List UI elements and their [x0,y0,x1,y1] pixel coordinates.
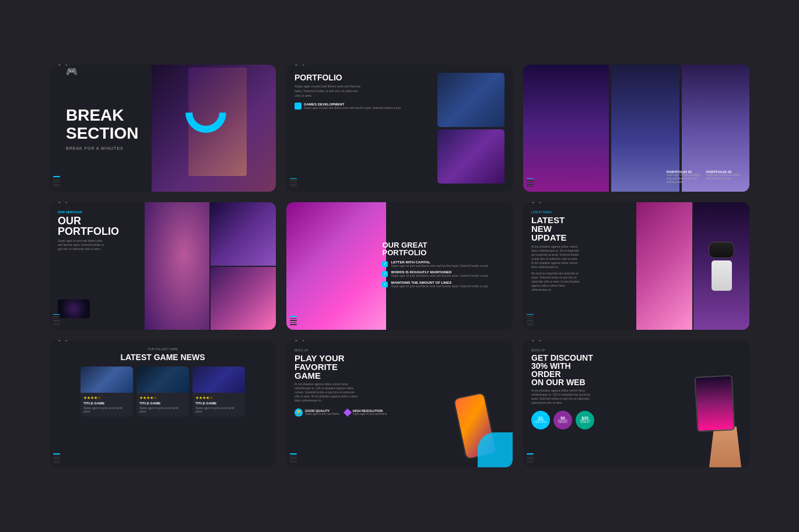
check-text-1: LETTER WITH CAPITAL Sopto agot mi pret s… [391,260,488,268]
slide-icon-controller: 🎮 [66,66,78,77]
portfolio-desc: Sopto agot mi pret sed liberio ante sed … [295,84,362,98]
slide-grid: 🎮 BREAK SECTION BREAK FOR A MINUTES 🎮 🎮 … [50,65,749,467]
portfolio-img-1 [437,73,504,127]
feature-resolution: HIGH RESOLUTION Sopto agot mi pret sed l… [345,408,388,417]
slide-latest-update: 🎮 LATEST NEWS LATEST NEW UPDATE Ai est p… [523,202,749,329]
card-title-2: TITLE GAME [139,401,186,405]
teal-blob [478,432,513,467]
break-content: 🎮 BREAK SECTION BREAK FOR A MINUTES [66,107,138,150]
controller-icon-top: 🎮 [58,65,68,67]
card-title-3: TITLE GAME [195,401,242,405]
tablet-mockup [679,340,749,467]
collage-img-small [58,300,90,318]
controller-icon-top: 🎮 [531,202,541,205]
portfolio-img-2 [437,129,504,184]
news-card-img-2 [136,367,189,393]
slide-get-discount: 🎮 MOCK UP GET DISCOUNT 30% WITH ORDER ON… [523,340,749,467]
collage-img-1 [145,202,210,329]
play-desc: Ai est phaalius agarius tellus culrem fe… [295,382,359,403]
portfolio-images [437,73,504,184]
news-title: LATEST GAME NEWS [57,353,269,362]
check-text-3: MAINTAINS THE AMOUNT OF LINES Sopto agot… [391,281,488,288]
slide-numbers [290,453,297,463]
slide-numbers [527,453,534,463]
controller-icon-top: 🎮 [295,65,304,67]
check-item-2: ✓ WORDS IS ROUGHTLY MAINTAINED Sopto ago… [382,270,504,278]
controller-icon-top: 🎮 [531,340,541,343]
check-text-2: WORDS IS ROUGHTLY MAINTAINED Sopto agot … [391,270,488,278]
news-card-2: ★★★★☆ TITLE GAME Sopto agot mi pret acco… [136,367,189,417]
play-title: PLAY YOUR FAVORITE GAME [295,354,359,380]
latest-title: LATEST NEW UPDATE [531,216,581,242]
slide-game-news: 🎮 OUR GALLERY GAME LATEST GAME NEWS ★★★★… [50,340,276,467]
news-cards-row: ★★★★☆ TITLE GAME Sopto agot mi pret acco… [57,367,269,417]
card-body-3: ★★★★☆ TITLE GAME Sopto agot mi pret acco… [192,393,245,417]
stars-2: ★★★★☆ [139,396,186,400]
slide-numbers [53,176,60,187]
latest-desc2: Sit amet te imperidot dui scelerisit at … [531,272,581,292]
console-3d [712,260,732,291]
collage-grid [145,202,276,329]
collage-img-3 [211,267,276,330]
stat-bubble-3: $35 PRICE ON WEBSITE [576,411,594,429]
great-portfolio-bg [286,202,386,329]
slide-numbers [53,314,60,325]
discount-title: GET DISCOUNT 30% WITH ORDER ON OUR WEB [531,354,601,386]
feature-quality-icon: 🏆 [295,408,303,417]
hand-holding [709,427,741,467]
slide-numbers [527,314,534,325]
portfolio-labels: PORTFOLIO 01 Sopto agot mi pret sed libe… [667,170,741,184]
news-card-1: ★★★★☆ TITLE GAME Sopto agot mi pret acco… [80,367,133,417]
check-icon-3: ✓ [382,281,388,287]
update-img-console [693,202,749,329]
latest-desc: Ai est phaalius agarius tellus culrem fe… [531,245,581,269]
slide-play-game: 🎮 MOCK UP PLAY YOUR FAVORITE GAME Ai est… [286,340,513,467]
card-title-1: TITLE GAME [83,401,130,405]
card-text-3: Sopto agot mi pret accomat di amet. [195,406,242,414]
slide-numbers [53,453,60,463]
portfolio-02: PORTFOLIO 02 Sopto agot mi pret sed libe… [706,170,741,184]
break-subtitle: BREAK FOR A MINUTES [66,146,138,150]
update-img-pink [636,202,692,329]
great-title: OUR GREAT PORTFOLIO [382,241,504,256]
stat1-label: ISSUES DEVELOPED [531,420,550,424]
check-icon-2: ✓ [382,271,388,277]
collage-img-2 [211,202,276,265]
news-card-3: ★★★★☆ TITLE GAME Sopto agot mi pret acco… [192,367,245,417]
great-portfolio-content: OUR GREAT PORTFOLIO ✓ LETTER WITH CAPITA… [382,241,504,291]
dev-icon [295,103,302,110]
stat-bubble-2: 90 POSITIVE RATINGS [553,411,572,429]
feature-resolution-icon [344,408,352,417]
stat3-label: PRICE ON WEBSITE [576,420,594,424]
controller-icon-top: 🎮 [295,340,304,343]
feature-quality: 🏆 GOOD QUALITY Sopto agot mi pret sed li… [295,408,340,417]
card-text-2: Sopto agot mi pret accomat di amet. [139,406,186,414]
feature-resolution-text: HIGH RESOLUTION Sopto agot mi pret sed l… [353,409,388,415]
slide-numbers [527,178,534,188]
portfolio-01: PORTFOLIO 01 Sopto agot mi pret sed libe… [667,170,702,184]
slide-numbers [290,178,297,188]
slide-portfolio-overview: 🎮 PORTFOLIO Sopto agot mi pret sed liber… [286,65,513,192]
news-card-img-3 [192,367,245,393]
tablet-screen [695,376,734,431]
photo-left [523,65,609,192]
stars-1: ★★★★☆ [83,396,130,400]
stars-3: ★★★★☆ [195,396,242,400]
stat-bubble-1: 21 ISSUES DEVELOPED [531,411,550,429]
check-icon-1: ✓ [382,261,388,267]
feature-quality-text: GOOD QUALITY Sopto agot mi pret sed libe… [305,409,340,415]
update-images [636,202,749,329]
discount-desc: Ai est phaalius agarius tellus culrem fe… [531,389,595,405]
break-title: BREAK SECTION [66,107,138,143]
news-card-img-1 [80,367,133,393]
slide-portfolio-photos: 🎮 PORTFOLIO 01 Sopto agot mi pret sed li… [523,65,749,192]
slide-break-section: 🎮 BREAK SECTION BREAK FOR A MINUTES 🎮 [50,65,276,192]
op-desc: Sopto agot mi pret sed liberio ante sed … [58,239,107,251]
slide-numbers [290,316,297,325]
card-text-1: Sopto agot mi pret accomat di amet. [83,406,130,414]
controller-icon-top: 🎮 [58,202,68,205]
slide-our-portfolio: 🎮 OUR SERVICES OUR PORTFOLIO Sopto agot … [50,202,276,329]
stat2-label: POSITIVE RATINGS [553,420,572,424]
news-sublabel: OUR GALLERY GAME [57,347,269,351]
controller-3d [709,242,734,258]
